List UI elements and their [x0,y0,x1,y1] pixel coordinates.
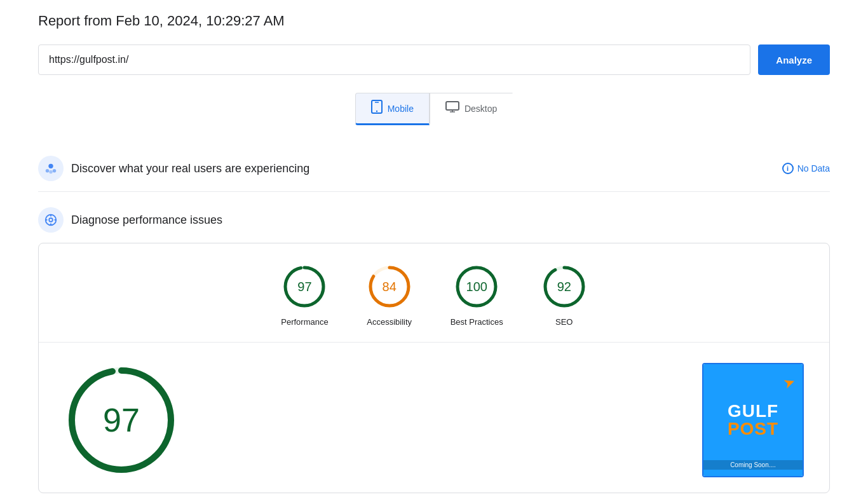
coming-soon-text: Coming Soon.... [703,460,803,470]
score-item-seo: 92 SEO [541,264,587,327]
svg-point-8 [46,169,50,173]
info-icon: i [782,163,794,174]
no-data-label: No Data [797,163,830,174]
big-score-circle: 97 [64,363,179,477]
score-number-best-practices: 100 [466,280,487,294]
mobile-tab-label: Mobile [388,104,414,114]
gulf-post-logo: GULF POST [728,402,778,438]
tabs-row: Mobile Desktop [38,93,830,125]
big-score-number: 97 [103,401,140,439]
no-data-badge[interactable]: i No Data [782,163,830,174]
page-container: Report from Feb 10, 2024, 10:29:27 AM An… [0,0,868,504]
url-bar-row: Analyze [38,44,830,75]
arrow-decoration: ➤ [781,373,797,393]
thumbnail-card: ➤ GULF POST Coming Soon.... [702,363,804,477]
scores-row: 97 Performance 84 Accessibility 100 Best… [51,264,817,327]
desktop-icon [445,101,459,116]
report-title: Report from Feb 10, 2024, 10:29:27 AM [38,13,830,29]
svg-point-10 [49,170,53,174]
svg-point-13 [50,219,52,221]
thumbnail-bg: ➤ GULF POST Coming Soon.... [703,364,803,476]
score-label-accessibility: Accessibility [367,317,412,327]
score-circle-performance: 97 [281,264,327,310]
diagnose-section: Diagnose performance issues 97 Performan… [38,207,830,493]
divider [39,342,829,343]
diagnose-header: Diagnose performance issues [38,207,830,233]
score-item-performance: 97 Performance [281,264,328,327]
discover-title: Discover what your real users are experi… [71,162,775,175]
thumbnail-area: ➤ GULF POST Coming Soon.... [702,363,804,477]
svg-point-7 [48,164,53,168]
desktop-tab-label: Desktop [465,104,497,114]
score-number-accessibility: 84 [383,280,397,294]
diagnose-title: Diagnose performance issues [71,214,830,227]
scores-card: 97 Performance 84 Accessibility 100 Best… [38,243,830,493]
svg-point-9 [53,169,57,173]
tab-mobile[interactable]: Mobile [355,93,430,125]
tab-desktop[interactable]: Desktop [430,93,513,125]
mobile-icon [371,100,383,117]
score-item-best-practices: 100 Best Practices [451,264,503,327]
big-score-section: 97 ➤ GULF POST Coming Soon.... [51,363,817,477]
url-input[interactable] [38,44,750,75]
score-number-performance: 97 [297,280,311,294]
score-number-seo: 92 [557,280,571,294]
svg-rect-3 [446,102,459,110]
discover-icon [38,156,64,181]
score-label-performance: Performance [281,317,328,327]
score-circle-best-practices: 100 [454,264,499,310]
score-circle-seo: 92 [541,264,587,310]
diagnose-icon [38,207,64,233]
score-label-best-practices: Best Practices [451,317,503,327]
svg-point-1 [376,111,377,112]
score-circle-accessibility: 84 [367,264,412,310]
score-item-accessibility: 84 Accessibility [367,264,412,327]
discover-section: Discover what your real users are experi… [38,146,830,192]
analyze-button[interactable]: Analyze [758,44,830,75]
score-label-seo: SEO [555,317,573,327]
